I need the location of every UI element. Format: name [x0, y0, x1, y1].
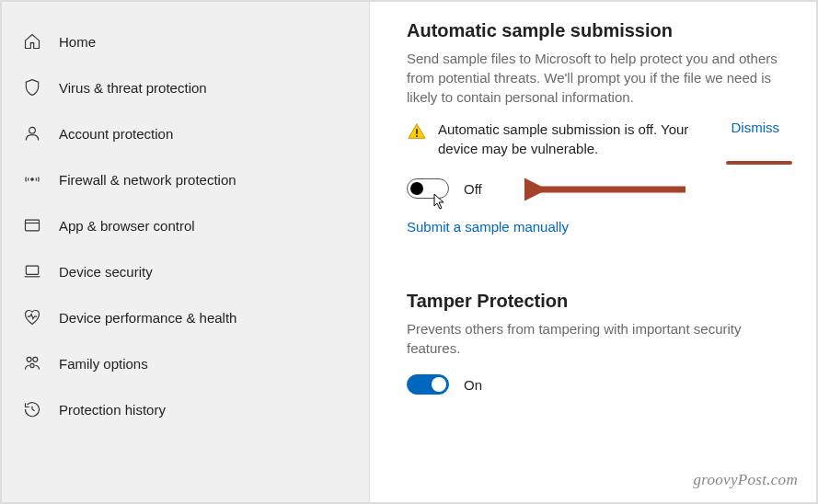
home-icon: [22, 31, 42, 52]
heart-pulse-icon: [22, 307, 42, 327]
submit-sample-link[interactable]: Submit a sample manually: [407, 219, 569, 235]
laptop-icon: [22, 261, 42, 281]
toggle-row-tamper: On: [407, 374, 779, 395]
svg-point-7: [33, 357, 38, 361]
window-icon: [22, 215, 42, 235]
history-icon: [22, 399, 42, 419]
tamper-protection-toggle[interactable]: [407, 374, 449, 395]
svg-rect-10: [416, 135, 418, 137]
sample-submission-toggle[interactable]: [407, 178, 449, 199]
section-description: Prevents others from tampering with impo…: [407, 319, 779, 358]
sidebar-item-home[interactable]: Home: [2, 18, 369, 64]
sidebar-item-label: Device security: [59, 264, 153, 280]
section-description: Send sample files to Microsoft to help p…: [407, 49, 779, 107]
sidebar-item-virus[interactable]: Virus & threat protection: [2, 64, 369, 110]
svg-point-0: [29, 127, 36, 133]
antenna-icon: [22, 169, 42, 189]
svg-rect-4: [26, 266, 38, 274]
dismiss-label: Dismiss: [732, 120, 780, 135]
sidebar-item-label: Account protection: [59, 126, 173, 142]
sidebar: Home Virus & threat protection Account p…: [2, 2, 370, 502]
person-icon: [22, 123, 42, 143]
warning-text: Automatic sample submission is off. Your…: [438, 120, 722, 158]
sidebar-item-firewall[interactable]: Firewall & network protection: [2, 156, 369, 202]
warning-row: Automatic sample submission is off. Your…: [407, 120, 779, 158]
dismiss-link[interactable]: Dismiss: [732, 120, 780, 158]
sidebar-item-label: Device performance & health: [59, 310, 236, 326]
main-content: Automatic sample submission Send sample …: [370, 2, 816, 502]
toggle-label: On: [464, 377, 482, 393]
tamper-protection-section: Tamper Protection Prevents others from t…: [407, 291, 779, 395]
sidebar-item-label: App & browser control: [59, 218, 195, 234]
section-title: Automatic sample submission: [407, 20, 779, 41]
family-icon: [22, 353, 42, 373]
sidebar-item-label: Virus & threat protection: [59, 80, 207, 96]
sidebar-item-label: Firewall & network protection: [59, 172, 236, 188]
svg-point-8: [30, 363, 34, 367]
annotation-arrow-icon: [524, 177, 690, 202]
toggle-label: Off: [464, 181, 482, 197]
sidebar-item-family[interactable]: Family options: [2, 340, 369, 386]
section-title: Tamper Protection: [407, 291, 779, 312]
sidebar-item-label: Family options: [59, 356, 148, 372]
sidebar-item-account[interactable]: Account protection: [2, 110, 369, 156]
watermark: groovyPost.com: [693, 471, 798, 489]
toggle-knob: [410, 182, 423, 195]
sidebar-item-device-security[interactable]: Device security: [2, 248, 369, 294]
svg-rect-9: [416, 129, 418, 134]
svg-point-6: [27, 357, 31, 361]
sidebar-item-app-browser[interactable]: App & browser control: [2, 202, 369, 248]
sidebar-item-label: Protection history: [59, 402, 166, 418]
sidebar-item-label: Home: [59, 34, 96, 50]
annotation-underline: [726, 161, 792, 165]
sidebar-item-performance[interactable]: Device performance & health: [2, 294, 369, 340]
toggle-knob: [432, 377, 446, 392]
svg-rect-2: [26, 220, 40, 231]
toggle-row-sample: Off: [407, 178, 779, 199]
shield-icon: [22, 77, 42, 97]
automatic-sample-submission-section: Automatic sample submission Send sample …: [407, 20, 779, 235]
warning-triangle-icon: [407, 121, 427, 142]
sidebar-item-history[interactable]: Protection history: [2, 386, 369, 432]
svg-point-1: [31, 178, 34, 181]
